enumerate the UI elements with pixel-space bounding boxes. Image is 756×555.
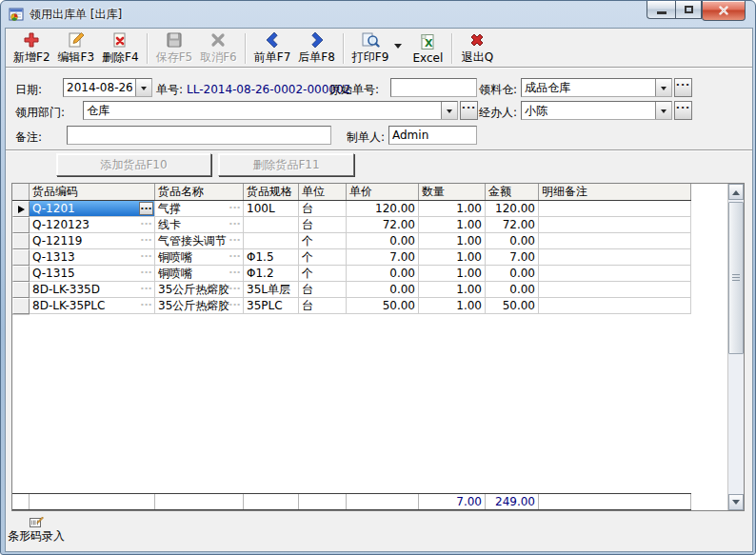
cell-spec[interactable]: 35PLC (244, 298, 299, 314)
handler-lookup-button[interactable]: ··· (674, 101, 692, 120)
cell-amount[interactable]: 0.00 (486, 233, 539, 249)
cell-amount[interactable]: 50.00 (486, 298, 539, 314)
cell-qty[interactable]: 1.00 (419, 249, 486, 266)
toolbar-button-exit[interactable]: 退出Q (457, 30, 497, 67)
cell-qty[interactable]: 1.00 (419, 282, 486, 298)
original-orderno-input[interactable] (391, 79, 476, 96)
creator-input[interactable] (389, 127, 476, 144)
cell-qty[interactable]: 1.00 (419, 201, 486, 217)
warehouse-lookup-button[interactable]: ··· (674, 78, 692, 97)
cell-unit[interactable]: 台 (299, 201, 347, 217)
toolbar-button-print[interactable]: 打印F9 (348, 30, 393, 67)
cell-remark[interactable] (539, 201, 691, 217)
cell-code[interactable]: Q-1315··· (30, 266, 155, 282)
ellipsis-button[interactable]: ··· (139, 202, 153, 215)
titlebar[interactable]: 领用出库单 [出库] (1, 1, 755, 28)
department-dropdown-button[interactable] (441, 102, 457, 119)
cell-code[interactable]: Q-12119··· (30, 233, 155, 249)
toolbar-button-excel[interactable]: XExcel (408, 30, 448, 67)
cell-spec[interactable]: Φ1.5 (244, 249, 299, 266)
cell-price[interactable]: 50.00 (347, 298, 419, 314)
column-header-price[interactable]: 单价 (347, 184, 419, 200)
department-lookup-button[interactable]: ··· (460, 101, 478, 120)
cell-name[interactable]: 气管接头调节··· (155, 233, 244, 249)
warehouse-dropdown-button[interactable] (655, 79, 671, 96)
toolbar-button-delete[interactable]: 删除F4 (98, 30, 143, 67)
original-orderno-field[interactable] (390, 78, 477, 97)
maximize-button[interactable] (675, 1, 702, 19)
cell-unit[interactable]: 台 (299, 217, 347, 233)
scrollbar-thumb[interactable] (728, 202, 744, 354)
toolbar-button-new[interactable]: 新增F2 (10, 30, 54, 67)
cell-unit[interactable]: 个 (299, 249, 347, 266)
cell-qty[interactable]: 1.00 (419, 233, 486, 249)
column-header-remark[interactable]: 明细备注 (539, 184, 691, 200)
row-indicator[interactable] (12, 217, 30, 233)
cell-price[interactable]: 7.00 (347, 249, 419, 266)
column-header-qty[interactable]: 数量 (419, 184, 486, 200)
cell-amount[interactable]: 7.00 (486, 249, 539, 266)
cell-price[interactable]: 120.00 (347, 201, 419, 217)
row-indicator[interactable] (12, 233, 30, 249)
barcode-entry[interactable]: 条形码录入 (8, 516, 65, 543)
cell-unit[interactable]: 个 (299, 266, 347, 282)
cell-code[interactable]: 8D-LK-335D··· (30, 282, 155, 298)
cell-price[interactable]: 72.00 (347, 217, 419, 233)
cell-amount[interactable]: 0.00 (486, 282, 539, 298)
cell-code[interactable]: 8D-LK-35PLC··· (30, 298, 155, 314)
handler-combobox[interactable] (521, 101, 672, 120)
cell-amount[interactable]: 0.00 (486, 266, 539, 282)
cell-spec[interactable] (244, 233, 299, 249)
cell-name[interactable]: 铜喷嘴··· (155, 266, 244, 282)
cell-code[interactable]: Q-1201··· (30, 201, 155, 217)
cell-price[interactable]: 0.00 (347, 282, 419, 298)
vertical-scrollbar[interactable] (727, 184, 744, 510)
cell-name[interactable]: 气撑··· (155, 201, 244, 217)
cell-remark[interactable] (539, 298, 691, 314)
warehouse-input[interactable] (522, 79, 655, 96)
cell-unit[interactable]: 台 (299, 298, 347, 314)
scroll-down-button[interactable] (728, 494, 744, 510)
minimize-button[interactable] (647, 1, 675, 19)
cell-name[interactable]: 35公斤热熔胶··· (155, 298, 244, 314)
warehouse-combobox[interactable] (521, 78, 672, 97)
remark-input[interactable] (68, 127, 330, 144)
column-header-code[interactable]: 货品编码 (30, 184, 155, 200)
row-indicator[interactable] (12, 201, 30, 217)
creator-field[interactable] (388, 126, 477, 145)
cell-name[interactable]: 铜喷嘴··· (155, 249, 244, 266)
cell-remark[interactable] (539, 282, 691, 298)
scroll-up-button[interactable] (728, 184, 744, 200)
row-indicator[interactable] (12, 282, 30, 298)
handler-input[interactable] (522, 102, 655, 119)
cell-code[interactable]: Q-1313··· (30, 249, 155, 266)
row-indicator[interactable] (12, 298, 30, 314)
handler-dropdown-button[interactable] (655, 102, 671, 119)
cell-price[interactable]: 0.00 (347, 266, 419, 282)
cell-remark[interactable] (539, 249, 691, 266)
date-dropdown-button[interactable] (135, 79, 151, 96)
close-button[interactable] (702, 1, 746, 21)
cell-spec[interactable]: Φ1.2 (244, 266, 299, 282)
cell-qty[interactable]: 1.00 (419, 266, 486, 282)
cell-unit[interactable]: 台 (299, 282, 347, 298)
remark-field[interactable] (67, 126, 331, 145)
cell-spec[interactable] (244, 217, 299, 233)
date-input[interactable] (64, 79, 135, 96)
column-header-name[interactable]: 货品名称 (155, 184, 244, 200)
toolbar-button-next[interactable]: 后单F8 (294, 30, 339, 67)
cell-remark[interactable] (539, 233, 691, 249)
cell-remark[interactable] (539, 217, 691, 233)
cell-name[interactable]: 线卡··· (155, 217, 244, 233)
toolbar-button-edit[interactable]: 编辑F3 (54, 30, 99, 67)
print-dropdown-arrow-icon[interactable] (394, 44, 402, 52)
cell-code[interactable]: Q-120123··· (30, 217, 155, 233)
cell-qty[interactable]: 1.00 (419, 298, 486, 314)
cell-price[interactable]: 0.00 (347, 233, 419, 249)
column-header-spec[interactable]: 货品规格 (244, 184, 299, 200)
department-input[interactable] (84, 102, 441, 119)
department-combobox[interactable] (83, 101, 458, 120)
cell-qty[interactable]: 1.00 (419, 217, 486, 233)
cell-remark[interactable] (539, 266, 691, 282)
cell-name[interactable]: 35公斤热熔胶··· (155, 282, 244, 298)
